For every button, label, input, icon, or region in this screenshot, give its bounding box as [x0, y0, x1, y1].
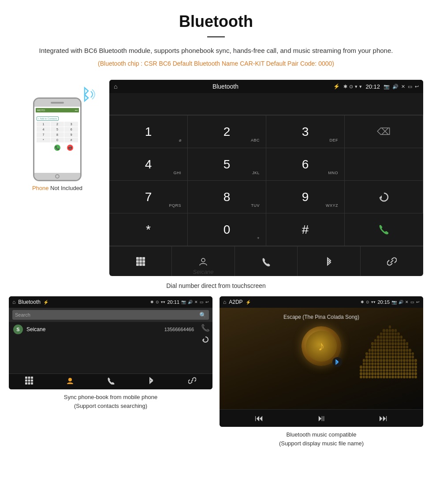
- music-visualizer: [360, 325, 417, 378]
- status-signal-icon: ▾: [355, 84, 358, 90]
- music-close-icon: ✕: [405, 300, 409, 304]
- pb-contact-row-seicane[interactable]: S Seicane 13566664466: [9, 322, 198, 337]
- phone-home-circle: [55, 174, 60, 179]
- pb-home-icon: ⌂: [12, 299, 15, 305]
- key-8-sub: TUV: [251, 203, 260, 208]
- dial-contacts-btn[interactable]: Seicane: [172, 246, 235, 276]
- bottom-row: ⌂ Bluetooth ⚡ ✱ ⊙ ▾▾ 20:11 📷 🔊 ✕ ▭ ↩: [0, 296, 432, 458]
- backspace-icon[interactable]: ⌫: [377, 126, 391, 138]
- pb-search-icon[interactable]: 🔍: [199, 312, 206, 318]
- dial-key-star[interactable]: *: [109, 213, 188, 246]
- dial-key-4[interactable]: 4 GHI: [109, 148, 188, 181]
- header-divider: [207, 36, 225, 37]
- pb-close-icon: ✕: [194, 300, 198, 304]
- status-time: 20:12: [365, 83, 380, 90]
- key-7-sub: PQRS: [169, 203, 181, 208]
- key-2-sub: ABC: [251, 138, 260, 142]
- key-4-num: 4: [145, 157, 152, 172]
- phone-key-2: 2: [51, 122, 64, 127]
- pb-search-box[interactable]: Search 🔍: [12, 310, 209, 320]
- key-8-num: 8: [223, 190, 231, 204]
- music-vol-icon: 🔊: [398, 300, 403, 304]
- dial-key-hash[interactable]: #: [266, 213, 345, 246]
- svg-rect-5: [136, 260, 139, 263]
- dial-key-7[interactable]: 7 PQRS: [109, 181, 188, 213]
- key-1-num: 1: [145, 125, 152, 139]
- dial-empty-2: [345, 148, 423, 181]
- phone-key-star: *: [37, 138, 50, 142]
- close-icon[interactable]: ✕: [401, 84, 405, 90]
- dial-key-2[interactable]: 2 ABC: [188, 116, 266, 148]
- phonebook-screen-wrap: ⌂ Bluetooth ⚡ ✱ ⊙ ▾▾ 20:11 📷 🔊 ✕ ▭ ↩: [9, 296, 212, 449]
- key-6-sub: MNO: [328, 171, 339, 175]
- volume-icon[interactable]: 🔊: [392, 84, 398, 90]
- dial-key-3[interactable]: 3 DEF: [266, 116, 345, 148]
- pb-apps-icon[interactable]: [25, 377, 33, 387]
- dial-call-green[interactable]: [345, 213, 423, 246]
- pb-signal-icon: ▾▾: [161, 300, 165, 304]
- pb-back-icon: ↩: [205, 300, 209, 304]
- phonebook-screen: ⌂ Bluetooth ⚡ ✱ ⊙ ▾▾ 20:11 📷 🔊 ✕ ▭ ↩: [9, 296, 212, 389]
- header-description: Integrated with BC6 Bluetooth module, su…: [26, 45, 406, 56]
- dial-key-5[interactable]: 5 JKL: [188, 148, 266, 181]
- music-controls: ⏮ ⏯ ⏭: [220, 409, 423, 427]
- svg-rect-21: [31, 382, 33, 385]
- status-title: Bluetooth: [121, 83, 330, 90]
- phone-keypad: 1 2 3 4 5 6 7 8 9 * 0 #: [37, 122, 78, 142]
- music-bt-badge: [332, 357, 342, 367]
- dial-bt-btn[interactable]: [298, 246, 360, 276]
- screen-icon[interactable]: ▭: [408, 84, 412, 90]
- dial-apps-btn[interactable]: [109, 246, 172, 276]
- music-next-btn[interactable]: ⏭: [379, 413, 388, 423]
- pb-contact-avatar: S: [13, 325, 23, 334]
- music-screen-icon: ▭: [410, 300, 414, 304]
- phone-call-button: 📞: [54, 145, 60, 151]
- status-location-icon: ⊙: [349, 84, 353, 90]
- pb-phone-icon[interactable]: [107, 377, 115, 387]
- svg-rect-17: [28, 380, 30, 382]
- back-icon[interactable]: ↩: [415, 84, 419, 90]
- svg-point-11: [201, 258, 205, 262]
- dial-reload[interactable]: [345, 181, 423, 213]
- dial-key-0[interactable]: 0 +: [188, 213, 266, 246]
- phone-not-included-label: Phone Not Included: [32, 185, 82, 191]
- phone-key-5: 5: [51, 127, 64, 132]
- music-note-icon: ♪: [318, 339, 325, 354]
- music-content: Escape (The Pina Colada Song) ♪: [220, 308, 423, 409]
- music-prev-btn[interactable]: ⏮: [255, 413, 264, 423]
- dial-key-1[interactable]: 1 ⌀: [109, 116, 188, 148]
- pb-right-reload-icon[interactable]: [201, 336, 209, 345]
- pb-link-icon-bottom[interactable]: [188, 377, 196, 387]
- key-star-num: *: [146, 223, 151, 237]
- not-included-label: Not Included: [50, 185, 82, 191]
- svg-rect-19: [25, 382, 27, 385]
- dial-link-btn[interactable]: [361, 246, 423, 276]
- dial-key-6[interactable]: 6 MNO: [266, 148, 345, 181]
- pb-contacts-icon[interactable]: [66, 377, 74, 387]
- phone-screen: MOTO ••• + Add to Contacts 1 2 3 4 5 6 7…: [34, 107, 80, 173]
- pb-bt-icon-bottom[interactable]: [147, 377, 155, 387]
- header-specs: (Bluetooth chip : CSR BC6 Default Blueto…: [26, 59, 406, 68]
- key-4-sub: GHI: [173, 171, 181, 175]
- music-bt-icon: ✱: [361, 300, 364, 304]
- pb-camera-icon: 📷: [181, 300, 186, 304]
- status-bt-icon: ✱: [343, 84, 347, 90]
- pb-statusbar: ⌂ Bluetooth ⚡ ✱ ⊙ ▾▾ 20:11 📷 🔊 ✕ ▭ ↩: [9, 296, 212, 308]
- dial-key-8[interactable]: 8 TUV: [188, 181, 266, 213]
- music-camera-icon: 📷: [391, 300, 397, 305]
- phonebook-caption-line2: (Support contacts searching): [74, 403, 147, 409]
- phone-key-3: 3: [64, 122, 78, 127]
- svg-rect-15: [31, 377, 33, 379]
- key-0-num: 0: [223, 223, 231, 237]
- phone-mockup: MOTO ••• + Add to Contacts 1 2 3 4 5 6 7…: [33, 97, 82, 181]
- dial-phone-btn[interactable]: [235, 246, 298, 276]
- camera-icon[interactable]: 📷: [384, 84, 390, 90]
- music-usb-icon: ⚡: [246, 300, 251, 305]
- svg-rect-16: [25, 380, 27, 382]
- music-play-pause-btn[interactable]: ⏯: [317, 413, 326, 423]
- dial-key-9[interactable]: 9 WXYZ: [266, 181, 345, 213]
- pb-right-phone-icon[interactable]: 📞: [201, 324, 210, 332]
- phone-carrier: MOTO: [37, 109, 45, 112]
- status-right-icons: 📷 🔊 ✕ ▭ ↩: [384, 84, 419, 90]
- svg-rect-10: [142, 263, 145, 266]
